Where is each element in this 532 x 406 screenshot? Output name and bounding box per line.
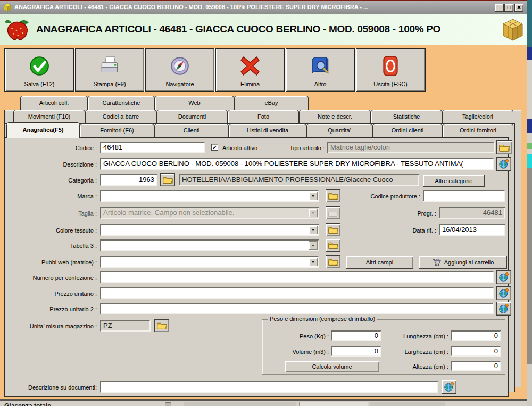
- numero-confezione-input[interactable]: [100, 271, 494, 283]
- categoria-folder-button[interactable]: [160, 173, 175, 186]
- marca-folder-button[interactable]: [326, 189, 340, 202]
- background-window-clipped-text: Giacenza totale: [4, 402, 51, 406]
- edge-segment: [527, 154, 532, 168]
- tabella3-dropdown[interactable]: ▼: [100, 239, 319, 251]
- marca-dropdown[interactable]: ▼: [100, 190, 319, 202]
- window-title: ANAGRAFICA ARTICOLI - 46481 - GIACCA CUO…: [14, 4, 488, 10]
- volume-input[interactable]: 0: [331, 346, 381, 357]
- toolbar-label: Navigatore: [165, 81, 194, 87]
- toolbar-label: Elimina: [240, 81, 260, 87]
- edge-segment: [527, 168, 532, 364]
- progr-label: Progr. :: [380, 210, 436, 217]
- tab-caratteristiche[interactable]: Caratteristiche: [88, 96, 155, 110]
- prezzo-unitario-2-input[interactable]: [100, 303, 494, 314]
- descrizione-input[interactable]: GIACCA CUOCO BERLINO - MOD. 059008 - 100…: [100, 158, 494, 170]
- taglia-label: Taglia :: [16, 210, 97, 217]
- tab-ordini-clienti[interactable]: Ordini clienti: [372, 123, 443, 137]
- tab-fornitori[interactable]: Fornitori (F6): [80, 123, 154, 137]
- chevron-down-icon: ▼: [309, 209, 318, 217]
- background-window-separator: [165, 402, 171, 406]
- tab-quantita[interactable]: Quantita': [306, 123, 372, 137]
- altezza-input[interactable]: 0: [451, 361, 501, 371]
- colore-tessuto-folder-button[interactable]: [326, 223, 340, 236]
- folder-icon: [328, 258, 338, 266]
- print-button[interactable]: Stampa (F9): [75, 48, 144, 92]
- tab-note-e-descr[interactable]: Note e descr.: [299, 110, 371, 123]
- save-check-icon: [28, 55, 51, 77]
- categoria-label: Categoria :: [16, 177, 97, 184]
- tab-taglie-colori[interactable]: Taglie/colori: [442, 110, 513, 123]
- tab-ordini-fornitori[interactable]: Ordini fornitori: [443, 123, 513, 137]
- categoria-code-input[interactable]: 1963: [100, 174, 157, 186]
- prezzo-unitario-input[interactable]: [100, 287, 494, 299]
- tab-listini-di-vendita[interactable]: Listini di vendita: [229, 123, 306, 137]
- taglia-dropdown-disabled: Articolo matrice. Campo non selezionabil…: [100, 207, 319, 219]
- altre-categorie-button[interactable]: Altre categorie: [423, 175, 485, 187]
- prezzo-unitario-2-label: Prezzo unitario 2 :: [16, 306, 97, 312]
- descrizione-documenti-input[interactable]: [100, 381, 438, 393]
- lunghezza-label: Lunghezza (cm) :: [386, 333, 448, 339]
- prezzo-unitario-globe-button[interactable]: [496, 286, 511, 300]
- tab-web[interactable]: Web: [155, 96, 234, 110]
- pubbl-web-folder-button[interactable]: [326, 255, 340, 268]
- edge-segment: [527, 119, 532, 133]
- globe-icon: [498, 159, 509, 169]
- larghezza-input[interactable]: 0: [451, 346, 501, 357]
- tab-movimenti[interactable]: Movimenti (F10): [13, 110, 85, 123]
- more-button[interactable]: Altro: [286, 48, 355, 92]
- printer-icon: [98, 55, 121, 77]
- tabella3-folder-button[interactable]: [326, 239, 340, 252]
- folder-icon: [328, 192, 338, 200]
- descrizione-documenti-label: Descrizione su documenti:: [3, 384, 97, 391]
- tipo-articolo-field: Matrice taglie/colori: [327, 142, 495, 153]
- chevron-down-icon[interactable]: ▼: [309, 192, 318, 200]
- lunghezza-input[interactable]: 0: [451, 330, 501, 341]
- folder-icon: [328, 209, 338, 217]
- navigator-button[interactable]: Navigatore: [145, 48, 214, 92]
- delete-button[interactable]: Elimina: [215, 48, 285, 92]
- folder-icon: [328, 241, 338, 250]
- tab-anagrafica[interactable]: Anagrafica(F5): [6, 122, 80, 138]
- chevron-down-icon[interactable]: ▼: [309, 226, 318, 234]
- save-button[interactable]: Salva (F12): [5, 48, 74, 92]
- globe-icon: [498, 272, 509, 283]
- delete-x-icon: [238, 55, 262, 77]
- altri-campi-button[interactable]: Altri campi: [346, 256, 413, 269]
- tab-articoli-coll[interactable]: Articoli coll.: [20, 96, 88, 110]
- codice-produttore-input[interactable]: [423, 190, 505, 202]
- book-search-icon: [309, 55, 332, 77]
- edge-segment: [527, 47, 532, 60]
- peso-input[interactable]: 0: [331, 330, 381, 341]
- tab-codici-a-barre[interactable]: Codici a barre: [85, 110, 156, 123]
- minimize-button[interactable]: _: [495, 4, 504, 12]
- exit-button[interactable]: Uscita (ESC): [356, 48, 425, 92]
- tipo-articolo-folder-button[interactable]: [496, 140, 512, 154]
- codice-input[interactable]: 46481: [100, 142, 205, 153]
- pubbl-web-dropdown[interactable]: ▼: [100, 256, 319, 268]
- articolo-attivo-checkbox[interactable]: ✓: [211, 144, 218, 151]
- taglia-value: Articolo matrice. Campo non selezionabil…: [103, 209, 234, 217]
- titlebar[interactable]: ANAGRAFICA ARTICOLI - 46481 - GIACCA CUO…: [0, 1, 527, 14]
- chevron-down-icon[interactable]: ▼: [309, 258, 318, 266]
- tab-clienti[interactable]: Clienti: [154, 123, 229, 137]
- descrizione-documenti-globe-button[interactable]: [442, 380, 456, 394]
- tab-ebay[interactable]: eBay: [234, 96, 309, 110]
- prezzo-unitario-2-globe-button[interactable]: [496, 302, 511, 316]
- data-rif-input[interactable]: 16/04/2013: [439, 224, 505, 236]
- edge-segment: [527, 149, 532, 154]
- unita-misura-folder-button[interactable]: [154, 319, 169, 332]
- tab-foto[interactable]: Foto: [228, 110, 299, 123]
- codice-label: Codice :: [16, 145, 97, 151]
- maximize-button[interactable]: □: [504, 4, 513, 12]
- tab-statistiche[interactable]: Statistiche: [371, 110, 442, 123]
- aggiungi-carrello-button[interactable]: Aggiungi al carrello: [419, 256, 507, 269]
- colore-tessuto-dropdown[interactable]: ▼: [100, 224, 319, 236]
- tab-documenti[interactable]: Documenti: [156, 110, 228, 123]
- globe-icon: [444, 382, 454, 392]
- numero-confezione-globe-button[interactable]: [496, 270, 511, 284]
- descrizione-globe-button[interactable]: [496, 157, 511, 171]
- data-rif-label: Data rif. :: [380, 227, 436, 234]
- close-button[interactable]: ×: [514, 4, 523, 12]
- calcola-volume-button[interactable]: Calcola volume: [285, 361, 379, 372]
- chevron-down-icon[interactable]: ▼: [309, 241, 318, 250]
